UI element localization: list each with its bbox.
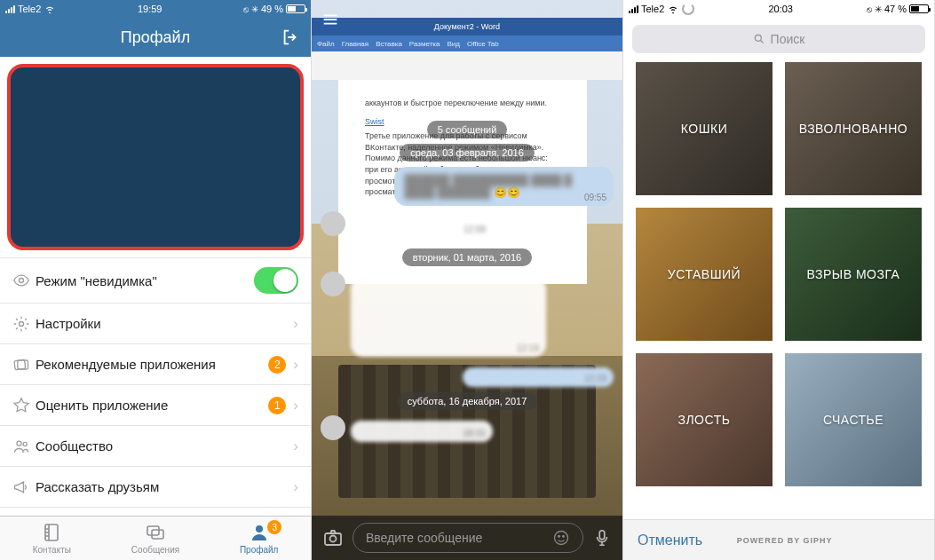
bluetooth-icon: ⎋ ✳ bbox=[243, 4, 258, 14]
tab-label: Сообщения bbox=[131, 545, 179, 555]
row-rate-app[interactable]: Оценить приложение 1 › bbox=[0, 385, 311, 426]
wifi-icon bbox=[667, 3, 679, 15]
page-title: Профайл bbox=[121, 28, 190, 47]
logout-button[interactable] bbox=[281, 28, 300, 47]
message-bubble-outgoing[interactable]: 12:08 bbox=[351, 217, 493, 238]
tile-tired[interactable]: УСТАВШИЙ bbox=[636, 208, 773, 341]
row-label: Режим "невидимка" bbox=[36, 273, 254, 288]
svg-point-1 bbox=[20, 321, 24, 326]
svg-point-4 bbox=[17, 441, 21, 446]
camera-icon[interactable] bbox=[322, 527, 344, 548]
date-separator: среда, 03 февраля, 2016 bbox=[400, 144, 535, 162]
tile-mindblown[interactable]: ВЗРЫВ МОЗГА bbox=[785, 208, 922, 341]
signal-icon bbox=[5, 5, 15, 13]
carrier-label: Tele2 bbox=[18, 4, 41, 14]
people-icon bbox=[12, 438, 36, 455]
signal-icon bbox=[629, 5, 638, 13]
status-bar: Tele2 20:03 ⎋ ✳ 47 % bbox=[623, 0, 934, 18]
row-settings[interactable]: Настройки › bbox=[0, 304, 311, 344]
message-count-pill: 5 сообщений bbox=[427, 121, 508, 138]
date-separator: суббота, 16 декабря, 2017 bbox=[397, 392, 538, 410]
badge-count: 1 bbox=[268, 397, 286, 414]
message-input[interactable]: Введите сообщение bbox=[353, 523, 583, 553]
svg-point-13 bbox=[559, 536, 560, 538]
tab-messages[interactable]: Сообщения bbox=[104, 517, 208, 560]
chevron-right-icon: › bbox=[293, 478, 298, 496]
chat-topbar bbox=[312, 4, 622, 35]
message-bubble-incoming[interactable]: ██████ ██████████ ████ █████ ███████ 😊😊 … bbox=[394, 167, 614, 206]
battery-pct: 49 % bbox=[261, 4, 283, 14]
star-icon bbox=[12, 397, 36, 414]
panel-chat: Документ2 - Word Файл Главная Вставка Ра… bbox=[312, 0, 623, 560]
loading-icon bbox=[682, 3, 694, 15]
carrier-label: Tele2 bbox=[641, 4, 664, 14]
eye-icon bbox=[12, 272, 36, 289]
panel-profile: Tele2 19:59 ⎋ ✳ 49 % Профайл Режим "неви… bbox=[0, 0, 312, 560]
message-time: 08:55 bbox=[464, 429, 486, 438]
tile-happy[interactable]: СЧАСТЬЕ bbox=[785, 353, 922, 486]
emoji-icon[interactable] bbox=[552, 529, 570, 547]
row-community[interactable]: Сообщество › bbox=[0, 426, 311, 467]
message-time: 12:29 bbox=[584, 374, 606, 383]
contacts-icon bbox=[41, 522, 62, 543]
gear-icon bbox=[12, 315, 36, 333]
input-placeholder: Введите сообщение bbox=[366, 531, 482, 545]
search-placeholder: Поиск bbox=[771, 32, 805, 46]
tab-contacts[interactable]: Контакты bbox=[0, 517, 104, 560]
message-time: 12:19 bbox=[517, 343, 539, 353]
status-time: 20:03 bbox=[768, 4, 793, 14]
profile-card-highlight[interactable] bbox=[7, 64, 304, 250]
message-bubble-outgoing[interactable]: 08:55 bbox=[351, 421, 493, 442]
chevron-right-icon: › bbox=[293, 397, 298, 414]
svg-point-9 bbox=[256, 525, 263, 532]
date-separator: вторник, 01 марта, 2016 bbox=[402, 248, 532, 266]
row-label: Рекомендуемые приложения bbox=[36, 357, 268, 372]
menu-icon[interactable] bbox=[321, 10, 342, 29]
row-share[interactable]: Рассказать друзьям › bbox=[0, 467, 311, 508]
nav-header: Профайл bbox=[0, 18, 311, 57]
search-input[interactable]: Поиск bbox=[632, 25, 925, 53]
message-input-bar: Введите сообщение bbox=[312, 516, 622, 560]
svg-point-11 bbox=[330, 536, 337, 542]
chat-scroll[interactable]: 5 сообщений среда, 03 февраля, 2016 ████… bbox=[312, 35, 622, 516]
status-time: 19:59 bbox=[138, 4, 162, 14]
row-invisible-mode[interactable]: Режим "невидимка" bbox=[0, 258, 311, 304]
message-bubble-incoming[interactable]: 12:29 bbox=[463, 367, 614, 387]
message-bubble-outgoing[interactable]: 12:19 bbox=[351, 277, 546, 357]
tab-label: Профайл bbox=[240, 545, 279, 555]
svg-rect-7 bbox=[147, 526, 159, 535]
avatar[interactable] bbox=[321, 272, 345, 296]
tile-anger[interactable]: ЗЛОСТЬ bbox=[636, 353, 773, 486]
bluetooth-icon: ⎋ ✳ bbox=[867, 4, 882, 14]
svg-rect-3 bbox=[18, 360, 28, 369]
row-recommended-apps[interactable]: Рекомендуемые приложения 2 › bbox=[0, 344, 311, 385]
cards-icon bbox=[12, 356, 36, 374]
chevron-right-icon: › bbox=[293, 315, 298, 333]
battery-icon bbox=[909, 4, 929, 13]
message-time: 09:55 bbox=[584, 193, 606, 202]
tab-label: Контакты bbox=[33, 545, 71, 555]
chat-icon bbox=[145, 522, 166, 543]
tile-excited[interactable]: ВЗВОЛНОВАННО bbox=[785, 62, 922, 195]
microphone-icon[interactable] bbox=[592, 528, 612, 548]
svg-point-0 bbox=[20, 279, 24, 283]
svg-point-5 bbox=[23, 442, 27, 446]
message-time: 12:08 bbox=[464, 225, 486, 234]
search-icon bbox=[753, 33, 765, 45]
row-label: Сообщество bbox=[36, 438, 293, 454]
row-label: Оценить приложение bbox=[36, 398, 268, 413]
profile-icon bbox=[249, 522, 270, 543]
battery-pct: 47 % bbox=[884, 4, 907, 14]
tab-profile[interactable]: Профайл 3 bbox=[207, 517, 311, 560]
bottom-bar: Отменить POWERED BY GIPHY bbox=[623, 519, 934, 560]
megaphone-icon bbox=[12, 478, 36, 496]
battery-icon bbox=[286, 4, 305, 13]
cancel-button[interactable]: Отменить bbox=[638, 532, 702, 548]
invisible-toggle[interactable] bbox=[254, 267, 298, 294]
svg-point-16 bbox=[755, 35, 761, 41]
avatar[interactable] bbox=[321, 415, 345, 440]
settings-list: Режим "невидимка" Настройки › Рекомендуе… bbox=[0, 257, 311, 508]
row-label: Настройки bbox=[36, 316, 293, 331]
avatar[interactable] bbox=[321, 211, 345, 236]
tile-cats[interactable]: КОШКИ bbox=[636, 62, 773, 195]
